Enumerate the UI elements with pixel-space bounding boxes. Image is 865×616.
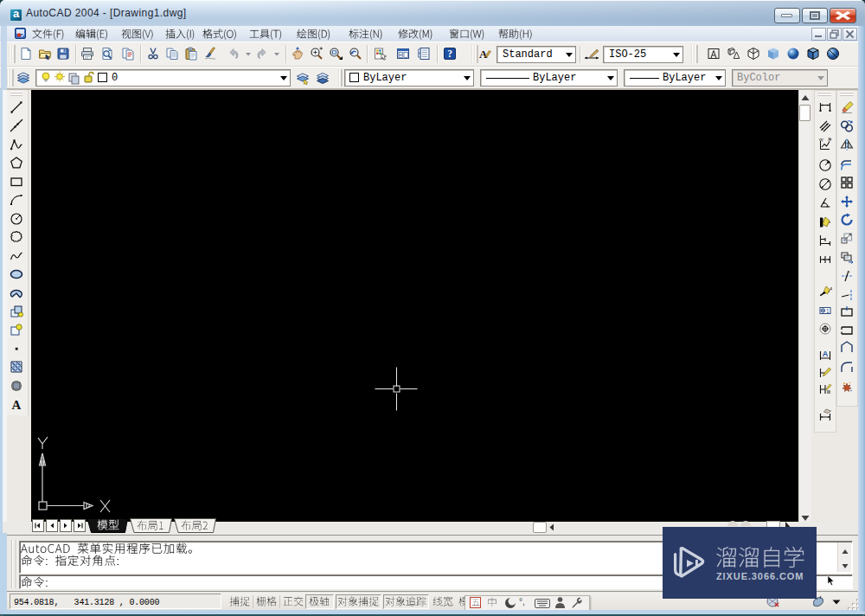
svg-text:?: ? — [447, 48, 452, 59]
svg-text:A: A — [12, 398, 22, 412]
svg-text:A: A — [823, 350, 829, 358]
svg-text:A: A — [830, 286, 832, 292]
svg-text:1: 1 — [826, 308, 830, 314]
svg-text:X: X — [828, 138, 830, 142]
